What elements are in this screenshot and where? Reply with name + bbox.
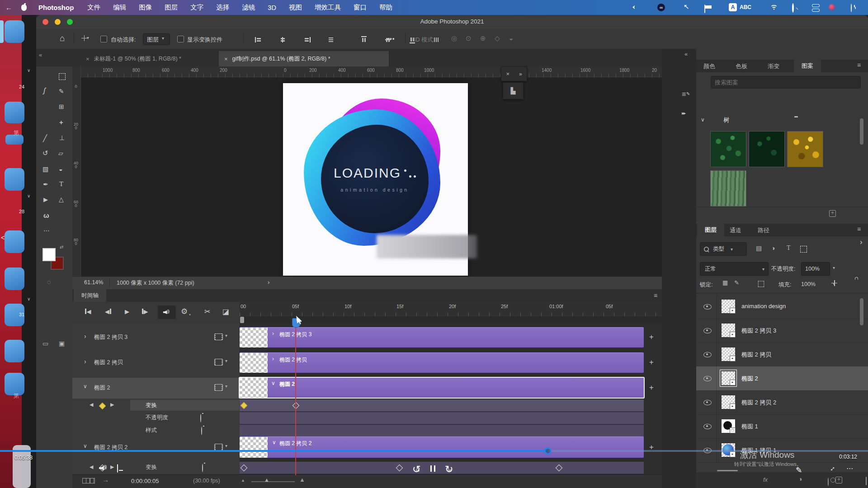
timeline-tab[interactable]: 时间轴	[74, 289, 106, 302]
fill-value[interactable]: 100%	[801, 281, 816, 287]
tab-swatches[interactable]: 色板	[736, 62, 747, 70]
floating-panel[interactable]: × »	[501, 66, 527, 81]
skip-back-icon[interactable]: ↺10	[412, 464, 420, 475]
track-caret-icon[interactable]: ▾	[225, 358, 227, 363]
auto-select-checkbox[interactable]	[100, 36, 107, 42]
layer-name[interactable]: 椭圆 2	[741, 375, 758, 383]
tab-patterns-active[interactable]: 图案	[794, 60, 821, 72]
layer-visibility-icon[interactable]	[703, 328, 712, 333]
menu-item-select[interactable]: 选择	[216, 3, 229, 12]
document-tab[interactable]: × 未标题-1 @ 50% (椭圆 1, RGB/8) *	[80, 51, 219, 66]
more-player-options-icon[interactable]: ⋯	[846, 465, 854, 473]
edit-toolbar-icon[interactable]: ⋯	[43, 227, 50, 234]
eraser-tool[interactable]: ▱	[58, 150, 63, 157]
track-caret-icon[interactable]: ▾	[225, 384, 227, 389]
track-bar-chevron[interactable]: ›	[272, 330, 274, 337]
background-app-icon[interactable]	[5, 230, 24, 253]
type-tool[interactable]: T	[59, 180, 63, 188]
track-bar-chevron[interactable]: ›	[272, 356, 274, 362]
fill-caret-icon[interactable]: ▾	[833, 281, 835, 286]
3d-roll-icon[interactable]: ⊙	[466, 34, 472, 42]
patterns-search-input[interactable]	[711, 76, 861, 89]
work-area-strip[interactable]	[240, 316, 662, 324]
play-button[interactable]: ▶	[125, 308, 129, 315]
track-bar-selected[interactable]: ∨ 椭圆 2	[239, 377, 645, 399]
tab-layers-active[interactable]: 图层	[697, 224, 724, 236]
prev-keyframe-icon[interactable]: ◀	[90, 402, 93, 408]
previous-frame-button[interactable]: ◀	[105, 308, 111, 315]
menu-item-layer[interactable]: 图层	[165, 3, 178, 12]
layers-scrollbar[interactable]	[860, 298, 863, 325]
distribute-horizontal-icon[interactable]	[328, 37, 334, 42]
layer-name[interactable]: 椭圆 2 拷贝 2	[741, 399, 776, 407]
track-bar-chevron[interactable]: ∨	[271, 380, 275, 386]
screen-mode-icon[interactable]: ▣	[59, 340, 65, 347]
blur-tool[interactable]: ◒	[59, 165, 62, 173]
track-name[interactable]: 椭圆 2 拷贝	[94, 359, 123, 366]
zoom-level[interactable]: 61.14%	[84, 279, 103, 286]
layer-row[interactable]: ▸ 椭圆 2 拷贝 2	[696, 390, 868, 415]
menu-item-photoshop[interactable]: Photoshop	[38, 4, 74, 11]
track-expand-chevron[interactable]: ›	[84, 358, 86, 365]
tab-close-icon[interactable]: ×	[224, 56, 228, 62]
video-progress-handle[interactable]	[544, 447, 552, 455]
healing-brush-tool[interactable]: +	[59, 118, 63, 126]
subtitles-icon[interactable]	[117, 464, 118, 473]
track-bar[interactable]: › 椭圆 2 拷贝 3	[240, 327, 644, 347]
pattern-thumbnail[interactable]	[749, 131, 785, 167]
input-source-label[interactable]: ABC	[740, 4, 751, 10]
align-top-icon[interactable]	[361, 36, 367, 43]
menu-item-file[interactable]: 文件	[87, 3, 100, 12]
battery-icon[interactable]	[704, 5, 705, 13]
flowchart-icon[interactable]: →	[102, 476, 109, 483]
new-layer-icon[interactable]: +	[835, 477, 842, 483]
layer-row[interactable]: ▸ 椭圆 2 拷贝	[696, 343, 868, 367]
work-area-start-handle[interactable]	[240, 317, 244, 323]
next-keyframe-icon[interactable]: ▶	[110, 402, 114, 408]
status-popup-chevron-icon[interactable]: ›	[268, 279, 269, 286]
quick-mask-icon[interactable]: ◌	[47, 278, 51, 286]
pattern-thumbnail[interactable]	[787, 131, 823, 167]
floating-panel-close-icon[interactable]: ×	[506, 70, 509, 77]
settings-caret-icon[interactable]: ▾	[189, 313, 191, 317]
apple-logo-icon[interactable]	[21, 5, 27, 11]
shape-tool[interactable]: △	[59, 196, 64, 203]
align-center-icon[interactable]	[279, 37, 286, 42]
more-options-button[interactable]: •••	[387, 35, 395, 42]
filter-shape-icon[interactable]	[800, 246, 807, 253]
zoom-in-thumbnails-icon[interactable]: ▲	[299, 476, 305, 483]
3d-pan-icon[interactable]: ⊕	[480, 34, 486, 42]
pattern-thumbnail[interactable]	[710, 131, 746, 167]
skip-forward-icon[interactable]: ↻30	[445, 464, 453, 475]
show-transform-checkbox[interactable]	[177, 36, 184, 42]
track-caret-icon[interactable]: ▾	[225, 443, 227, 448]
panel-collapse-icon[interactable]: «	[684, 51, 688, 57]
list-panel-icon[interactable]: ≡✎	[682, 90, 686, 99]
frames-view-icon[interactable]	[82, 478, 95, 483]
annotate-icon[interactable]: ✎	[796, 465, 802, 475]
track-expand-chevron[interactable]: ∨	[83, 383, 87, 389]
brush-tool[interactable]: ╱	[43, 134, 47, 142]
swap-colors-icon[interactable]: ⇄	[60, 244, 63, 249]
input-source-icon[interactable]: A	[729, 3, 737, 11]
property-label-opacity[interactable]: 不透明度	[146, 414, 168, 422]
toggle-panels-icon[interactable]: ▸▸	[682, 110, 685, 116]
align-right-icon[interactable]	[303, 37, 311, 42]
next-frame-button[interactable]: ▶	[142, 308, 148, 315]
prev-keyframe-icon[interactable]: ◀	[90, 464, 93, 470]
video-progress-played[interactable]	[0, 450, 548, 452]
layer-row[interactable]: ▢ 椭圆 1	[696, 414, 868, 439]
lock-artboard-icon[interactable]	[758, 281, 764, 287]
layer-name[interactable]: animation design	[741, 303, 786, 310]
track-expand-chevron[interactable]: ›	[84, 333, 86, 340]
clock-icon[interactable]	[851, 4, 852, 12]
pattern-group-name[interactable]: 树	[723, 116, 730, 124]
layer-name[interactable]: 椭圆 2 拷贝	[741, 351, 771, 359]
gradient-tool[interactable]: ▧	[42, 165, 48, 173]
thumbnail-slider-handle[interactable]: ▲	[264, 477, 269, 483]
film-icon[interactable]	[214, 444, 223, 450]
track-bar[interactable]: ∨ 椭圆 2 拷贝 2	[240, 436, 644, 458]
zoom-out-thumbnails-icon[interactable]: ▲	[241, 478, 245, 483]
menu-item-window[interactable]: 窗口	[354, 3, 367, 12]
home-icon[interactable]: ⌂	[60, 33, 65, 43]
